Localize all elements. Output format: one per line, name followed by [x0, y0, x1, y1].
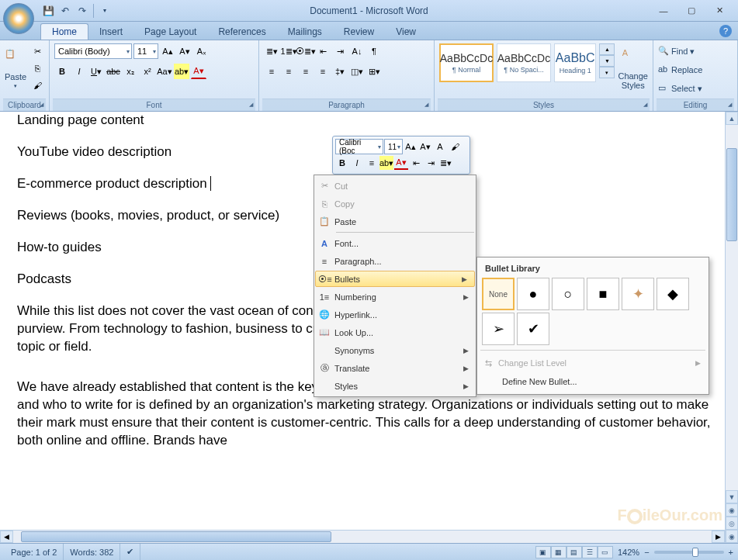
styles-up-icon[interactable]: ▲ [599, 43, 615, 55]
cm-hyperlink[interactable]: 🌐Hyperlink... [314, 306, 476, 323]
web-layout-icon[interactable]: ▤ [566, 546, 582, 558]
sort-icon[interactable]: A↓ [349, 43, 365, 59]
style-normal[interactable]: AaBbCcDc ¶ Normal [439, 43, 494, 82]
bullet-none[interactable]: None [482, 278, 515, 310]
tab-references[interactable]: References [207, 24, 276, 40]
zoom-slider[interactable] [654, 551, 724, 554]
cut-icon[interactable]: ✂ [29, 43, 45, 59]
undo-icon[interactable]: ↶ [57, 3, 73, 19]
numbering-icon[interactable]: 1≣▾ [281, 43, 296, 59]
draft-icon[interactable]: ▭ [598, 546, 613, 558]
cm-copy[interactable]: ⎘Copy [314, 195, 476, 213]
mini-shrink-icon[interactable]: A▾ [418, 140, 432, 154]
office-button[interactable] [3, 3, 34, 34]
paste-button[interactable]: 📋 Paste ▾ [5, 43, 26, 95]
format-painter-icon[interactable]: 🖌 [29, 78, 45, 93]
clear-format-icon[interactable]: Aₓ [194, 43, 210, 59]
multilevel-icon[interactable]: ⦿≣▾ [298, 43, 314, 59]
strike-icon[interactable]: abc [106, 64, 121, 79]
highlight-icon[interactable]: ab▾ [174, 64, 189, 79]
tab-insert[interactable]: Insert [88, 24, 133, 40]
line-spacing-icon[interactable]: ‡▾ [332, 64, 348, 79]
cm-paragraph[interactable]: ≡Paragraph... [314, 252, 476, 270]
cm-synonyms[interactable]: Synonyms▶ [314, 341, 476, 359]
tab-view[interactable]: View [385, 24, 427, 40]
page-indicator[interactable]: Page: 1 of 2 [5, 544, 64, 560]
tab-mailings[interactable]: Mailings [277, 24, 333, 40]
word-count[interactable]: Words: 382 [64, 544, 120, 560]
close-button[interactable]: ✕ [709, 4, 730, 18]
bullet-diamond[interactable]: ◆ [657, 278, 689, 310]
shading-icon[interactable]: ◫▾ [349, 64, 365, 79]
save-icon[interactable]: 💾 [40, 3, 56, 19]
font-name-combo[interactable]: Calibri (Body) [54, 43, 132, 59]
scroll-down-icon[interactable]: ▼ [726, 490, 738, 503]
cm-paste[interactable]: 📋Paste [314, 213, 476, 230]
cm-cut[interactable]: ✂Cut [314, 177, 476, 195]
tab-review[interactable]: Review [333, 24, 385, 40]
scroll-right-icon[interactable]: ▶ [712, 531, 725, 543]
select-button[interactable]: ▭Select ▾ [658, 81, 733, 96]
align-right-icon[interactable]: ≡ [298, 64, 314, 79]
grow-font-icon[interactable]: A▴ [160, 43, 175, 59]
next-page-icon[interactable]: ◉ [726, 530, 738, 543]
cm-font[interactable]: AFont... [314, 234, 476, 252]
inc-indent-icon[interactable]: ⇥ [332, 43, 348, 59]
show-marks-icon[interactable]: ¶ [366, 43, 382, 59]
mini-painter-icon[interactable]: 🖌 [448, 140, 462, 154]
cm-lookup[interactable]: 📖Look Up... [314, 323, 476, 341]
styles-more-icon[interactable]: ▾ [599, 67, 615, 78]
mini-styles-icon[interactable]: A [433, 140, 447, 154]
bullet-disc[interactable]: ● [517, 278, 549, 310]
minimize-button[interactable]: — [653, 4, 674, 18]
mini-bold-icon[interactable]: B [335, 156, 349, 170]
align-left-icon[interactable]: ≡ [264, 64, 279, 79]
mini-fontcolor-icon[interactable]: A▾ [394, 156, 408, 170]
zoom-out-icon[interactable]: − [644, 548, 649, 557]
align-center-icon[interactable]: ≡ [281, 64, 296, 79]
prev-page-icon[interactable]: ◉ [726, 503, 738, 517]
mini-center-icon[interactable]: ≡ [365, 156, 379, 170]
hscroll-thumb[interactable] [21, 531, 331, 542]
find-button[interactable]: 🔍Find ▾ [658, 43, 733, 59]
bullet-square[interactable]: ■ [587, 278, 619, 310]
cm-numbering[interactable]: 1≡Numbering▶ [314, 288, 476, 306]
justify-icon[interactable]: ≡ [315, 64, 331, 79]
change-styles-button[interactable]: A Change Styles [618, 43, 648, 95]
zoom-knob[interactable] [692, 548, 698, 557]
zoom-level[interactable]: 142% [618, 548, 639, 557]
full-screen-icon[interactable]: ▦ [551, 546, 566, 558]
bullet-circle[interactable]: ○ [552, 278, 584, 310]
copy-icon[interactable]: ⎘ [29, 60, 45, 76]
styles-down-icon[interactable]: ▼ [599, 55, 615, 67]
outline-icon[interactable]: ☰ [582, 546, 598, 558]
horizontal-scrollbar[interactable]: ◀ ▶ [0, 530, 725, 543]
change-case-icon[interactable]: Aa▾ [157, 64, 172, 79]
bullet-check[interactable]: ✔ [517, 313, 549, 345]
subscript-icon[interactable]: x₂ [123, 64, 138, 79]
cm-styles[interactable]: Styles▶ [314, 377, 476, 395]
font-size-combo[interactable]: 11 [133, 43, 158, 59]
define-new-bullet[interactable]: Define New Bullet... [480, 372, 705, 391]
replace-button[interactable]: abReplace [658, 62, 733, 78]
redo-icon[interactable]: ↷ [74, 3, 90, 19]
font-color-icon[interactable]: A▾ [191, 64, 206, 79]
cm-bullets[interactable]: ⦿≡Bullets▶ [315, 271, 475, 287]
help-icon[interactable]: ? [719, 25, 732, 37]
borders-icon[interactable]: ⊞▾ [366, 64, 382, 79]
italic-icon[interactable]: I [71, 64, 87, 79]
mini-italic-icon[interactable]: I [350, 156, 364, 170]
style-heading-1[interactable]: AaBbC Heading 1 [554, 43, 596, 82]
mini-font-combo[interactable]: Calibri (Boc [335, 139, 383, 154]
superscript-icon[interactable]: x² [140, 64, 155, 79]
bullet-arrow[interactable]: ➢ [482, 313, 515, 345]
scroll-up-icon[interactable]: ▲ [726, 112, 738, 125]
mini-highlight-icon[interactable]: ab▾ [379, 156, 393, 170]
bold-icon[interactable]: B [54, 64, 70, 79]
mini-dec-indent-icon[interactable]: ⇤ [409, 156, 423, 170]
bullets-icon[interactable]: ≣▾ [264, 43, 279, 59]
browse-object-icon[interactable]: ◎ [726, 517, 738, 530]
dec-indent-icon[interactable]: ⇤ [315, 43, 331, 59]
mini-bullets-icon[interactable]: ≣▾ [438, 156, 452, 170]
shrink-font-icon[interactable]: A▾ [177, 43, 192, 59]
